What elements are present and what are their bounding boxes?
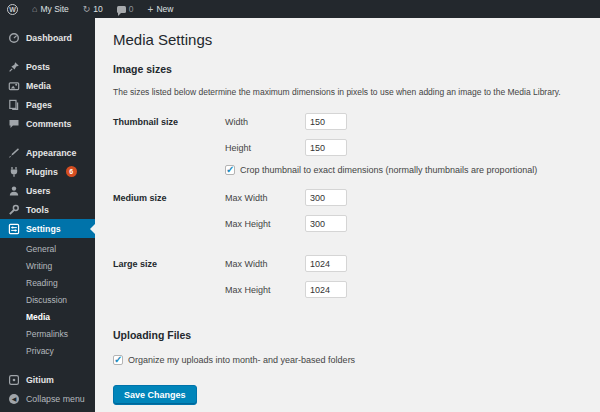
large-max-height-input[interactable] <box>305 281 347 298</box>
sidebar-item-label: Media <box>26 81 51 91</box>
thumbnail-height-label: Height <box>225 143 305 153</box>
medium-max-height-input[interactable] <box>305 215 347 232</box>
site-name-menu[interactable]: ⌂ My Site <box>25 0 76 18</box>
sidebar-item-gitium[interactable]: Gitium <box>0 370 95 389</box>
new-label: New <box>156 4 173 14</box>
image-sizes-heading: Image sizes <box>113 63 582 75</box>
plus-icon: + <box>148 4 154 15</box>
submenu-item-permalinks[interactable]: Permalinks <box>0 326 95 343</box>
user-icon <box>8 185 20 197</box>
sidebar-item-label: Dashboard <box>26 33 72 43</box>
sidebar-item-pages[interactable]: Pages <box>0 95 95 114</box>
uploading-files-section: Uploading Files Organize my uploads into… <box>113 329 582 365</box>
settings-submenu: General Writing Reading Discussion Media… <box>0 238 95 366</box>
medium-max-width-label: Max Width <box>225 193 305 203</box>
medium-max-height-label: Max Height <box>225 219 305 229</box>
uploading-files-heading: Uploading Files <box>113 329 582 341</box>
submenu-item-privacy[interactable]: Privacy <box>0 343 95 360</box>
thumbnail-size-label: Thumbnail size <box>113 113 225 175</box>
crop-thumbnail-label: Crop thumbnail to exact dimensions (norm… <box>240 165 537 175</box>
medium-size-label: Medium size <box>113 189 225 241</box>
sidebar-item-label: Posts <box>26 62 50 72</box>
sidebar-item-dashboard[interactable]: Dashboard <box>0 28 95 47</box>
comment-count: 0 <box>129 4 134 14</box>
organize-uploads-checkbox[interactable] <box>113 355 123 365</box>
sidebar-item-tools[interactable]: Tools <box>0 200 95 219</box>
collapse-menu-button[interactable]: ◀ Collapse menu <box>0 389 95 408</box>
sidebar-item-label: Plugins <box>26 167 58 177</box>
sidebar-item-posts[interactable]: Posts <box>0 57 95 76</box>
save-changes-button[interactable]: Save Changes <box>113 385 197 405</box>
thumbnail-height-input[interactable] <box>305 139 347 156</box>
home-icon: ⌂ <box>32 4 37 14</box>
settings-sliders-icon <box>8 223 20 235</box>
gitium-icon <box>8 374 20 386</box>
sidebar-item-media[interactable]: Media <box>0 76 95 95</box>
admin-bar: W ⌂ My Site ↻ 10 0 + New <box>0 0 600 18</box>
update-icon: ↻ <box>83 4 91 14</box>
large-max-height-label: Max Height <box>225 285 305 295</box>
thumbnail-size-block: Thumbnail size Width Height Crop thumbna… <box>113 113 582 175</box>
collapse-menu-label: Collapse menu <box>26 394 85 404</box>
sidebar-item-appearance[interactable]: Appearance <box>0 143 95 162</box>
dashboard-icon <box>8 32 20 44</box>
sidebar-item-label: Gitium <box>26 375 54 385</box>
comments-icon <box>8 118 20 130</box>
medium-fields: Max Width Max Height <box>225 189 582 241</box>
sidebar-item-comments[interactable]: Comments <box>0 114 95 133</box>
medium-size-block: Medium size Max Width Max Height <box>113 189 582 241</box>
plugin-icon <box>8 166 20 178</box>
plugins-update-badge: 6 <box>66 166 77 177</box>
admin-sidebar: Dashboard Posts Media Pages Comments App… <box>0 18 95 412</box>
new-content-menu[interactable]: + New <box>141 0 181 18</box>
sidebar-item-settings[interactable]: Settings <box>0 219 95 238</box>
large-size-label: Large size <box>113 255 225 307</box>
sidebar-item-label: Tools <box>26 205 49 215</box>
site-name-label: My Site <box>40 4 68 14</box>
sidebar-item-label: Appearance <box>26 148 76 158</box>
submenu-item-discussion[interactable]: Discussion <box>0 292 95 309</box>
page-title: Media Settings <box>113 31 582 48</box>
sidebar-item-label: Pages <box>26 100 52 110</box>
large-max-width-input[interactable] <box>305 255 347 272</box>
large-max-width-label: Max Width <box>225 259 305 269</box>
sidebar-item-label: Users <box>26 186 50 196</box>
pushpin-icon <box>8 61 20 73</box>
submenu-item-reading[interactable]: Reading <box>0 275 95 292</box>
sidebar-item-users[interactable]: Users <box>0 181 95 200</box>
wp-logo-menu[interactable]: W <box>0 0 25 18</box>
large-size-block: Large size Max Width Max Height <box>113 255 582 307</box>
thumbnail-width-input[interactable] <box>305 113 347 130</box>
sidebar-item-label: Comments <box>26 119 71 129</box>
submenu-item-media[interactable]: Media <box>0 309 95 326</box>
large-fields: Max Width Max Height <box>225 255 582 307</box>
collapse-arrow-icon: ◀ <box>8 393 20 405</box>
media-settings-page: Media Settings Image sizes The sizes lis… <box>95 18 600 412</box>
wrench-icon <box>8 204 20 216</box>
image-sizes-description: The sizes listed below determine the max… <box>113 87 582 97</box>
comment-bubble-icon <box>117 6 126 13</box>
pages-icon <box>8 99 20 111</box>
update-count: 10 <box>93 4 102 14</box>
wordpress-logo-icon: W <box>7 4 18 15</box>
medium-max-width-input[interactable] <box>305 189 347 206</box>
paintbrush-icon <box>8 147 20 159</box>
thumbnail-fields: Width Height Crop thumbnail to exact dim… <box>225 113 582 175</box>
sidebar-item-plugins[interactable]: Plugins 6 <box>0 162 95 181</box>
thumbnail-width-label: Width <box>225 117 305 127</box>
camera-icon <box>8 80 20 92</box>
submenu-item-general[interactable]: General <box>0 241 95 258</box>
submenu-item-writing[interactable]: Writing <box>0 258 95 275</box>
crop-thumbnail-checkbox[interactable] <box>225 165 235 175</box>
organize-uploads-label: Organize my uploads into month- and year… <box>128 355 355 365</box>
sidebar-item-label: Settings <box>26 224 61 234</box>
comments-menu[interactable]: 0 <box>110 0 141 18</box>
updates-menu[interactable]: ↻ 10 <box>76 0 110 18</box>
